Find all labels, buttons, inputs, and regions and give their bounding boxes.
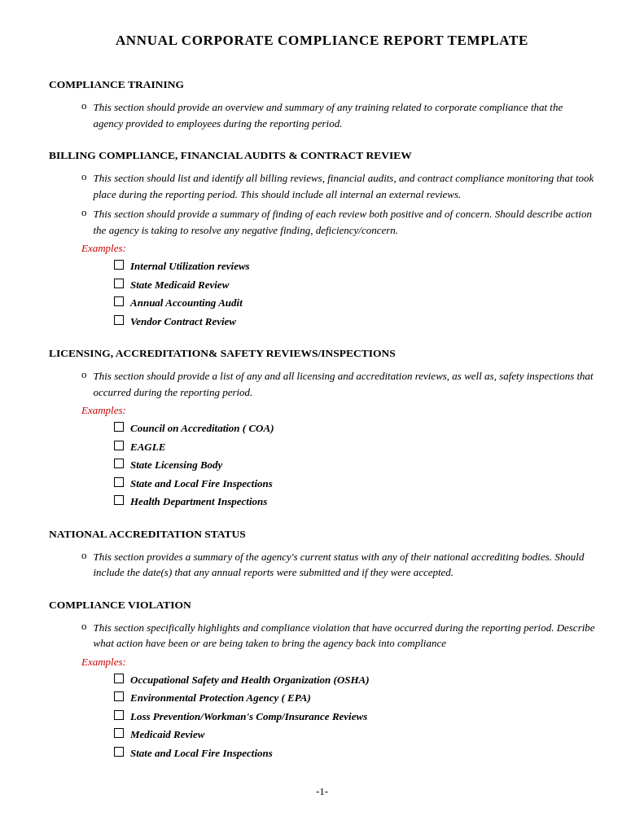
bullet-item: oThis section should provide a summary o… <box>49 206 595 238</box>
bullet-item: oThis section should provide an overview… <box>49 99 595 131</box>
checkbox-item: Medicaid Review <box>49 726 595 743</box>
section-heading-licensing-accreditation: LICENSING, ACCREDITATION& SAFETY REVIEWS… <box>49 347 595 360</box>
checkbox-list-licensing-accreditation: Council on Accreditation ( COA)EAGLEStat… <box>49 420 595 510</box>
section-heading-compliance-violation: COMPLIANCE VIOLATION <box>49 599 595 612</box>
bullet-content: This section should list and identify al… <box>94 170 596 202</box>
checkbox-item: Annual Accounting Audit <box>49 295 595 311</box>
bullet-marker: o <box>81 620 87 633</box>
checkbox-item: State and Local Fire Inspections <box>49 745 595 762</box>
checkbox-icon <box>114 296 124 306</box>
checkbox-item: Council on Accreditation ( COA) <box>49 420 595 437</box>
checkbox-list-billing-compliance: Internal Utilization reviewsState Medica… <box>49 258 595 329</box>
bullet-marker: o <box>81 99 87 112</box>
page-number: -1- <box>49 785 595 798</box>
bullet-list-compliance-training: oThis section should provide an overview… <box>49 99 595 131</box>
bullet-marker: o <box>81 170 87 183</box>
examples-label: Examples: <box>81 656 595 669</box>
checkbox-item: Loss Prevention/Workman's Comp/Insurance… <box>49 709 595 725</box>
page-title: ANNUAL CORPORATE COMPLIANCE REPORT TEMPL… <box>49 33 595 49</box>
checkbox-item: Vendor Contract Review <box>49 314 595 330</box>
checkbox-label: State and Local Fire Inspections <box>130 745 273 762</box>
section-heading-billing-compliance: BILLING COMPLIANCE, FINANCIAL AUDITS & C… <box>49 149 595 162</box>
section-licensing-accreditation: LICENSING, ACCREDITATION& SAFETY REVIEWS… <box>49 347 595 510</box>
checkbox-item: Environmental Protection Agency ( EPA) <box>49 690 595 706</box>
bullet-list-compliance-violation: oThis section specifically highlights an… <box>49 620 595 652</box>
bullet-list-billing-compliance: oThis section should list and identify a… <box>49 170 595 238</box>
checkbox-icon <box>114 710 124 720</box>
bullet-list-licensing-accreditation: oThis section should provide a list of a… <box>49 368 595 400</box>
bullet-marker: o <box>81 368 87 381</box>
section-national-accreditation: NATIONAL ACCREDITATION STATUSoThis secti… <box>49 528 595 581</box>
checkbox-label: Environmental Protection Agency ( EPA) <box>130 690 311 706</box>
checkbox-label: Internal Utilization reviews <box>130 258 250 274</box>
bullet-list-national-accreditation: oThis section provides a summary of the … <box>49 549 595 581</box>
section-heading-national-accreditation: NATIONAL ACCREDITATION STATUS <box>49 528 595 541</box>
checkbox-icon <box>114 315 124 325</box>
checkbox-icon <box>114 260 124 270</box>
bullet-item: oThis section provides a summary of the … <box>49 549 595 581</box>
checkbox-icon <box>114 459 124 468</box>
checkbox-label: State and Local Fire Inspections <box>130 476 273 492</box>
checkbox-icon <box>114 279 124 288</box>
checkbox-item: State Licensing Body <box>49 457 595 473</box>
checkbox-label: State Medicaid Review <box>130 277 229 293</box>
bullet-content: This section specifically highlights and… <box>94 620 596 652</box>
checkbox-label: Occupational Safety and Health Organizat… <box>130 672 370 688</box>
bullet-content: This section should provide a summary of… <box>94 206 596 238</box>
section-compliance-violation: COMPLIANCE VIOLATIONoThis section specif… <box>49 599 595 762</box>
bullet-marker: o <box>81 206 87 219</box>
checkbox-label: Health Department Inspections <box>130 494 267 510</box>
checkbox-icon <box>114 422 124 432</box>
checkbox-item: EAGLE <box>49 439 595 455</box>
examples-label: Examples: <box>81 404 595 417</box>
checkbox-icon <box>114 747 124 757</box>
checkbox-icon <box>114 495 124 505</box>
bullet-item: oThis section should list and identify a… <box>49 170 595 202</box>
bullet-item: oThis section specifically highlights an… <box>49 620 595 652</box>
checkbox-label: Medicaid Review <box>130 726 204 743</box>
examples-label: Examples: <box>81 242 595 255</box>
bullet-content: This section should provide an overview … <box>94 99 596 131</box>
checkbox-label: State Licensing Body <box>130 457 222 473</box>
checkbox-icon <box>114 441 124 450</box>
checkbox-item: State and Local Fire Inspections <box>49 476 595 492</box>
checkbox-label: Vendor Contract Review <box>130 314 236 330</box>
checkbox-label: Council on Accreditation ( COA) <box>130 420 274 437</box>
bullet-marker: o <box>81 549 87 562</box>
checkbox-list-compliance-violation: Occupational Safety and Health Organizat… <box>49 672 595 762</box>
checkbox-item: State Medicaid Review <box>49 277 595 293</box>
checkbox-item: Health Department Inspections <box>49 494 595 510</box>
checkbox-icon <box>114 691 124 701</box>
bullet-content: This section provides a summary of the a… <box>94 549 596 581</box>
checkbox-item: Occupational Safety and Health Organizat… <box>49 672 595 688</box>
section-heading-compliance-training: COMPLIANCE TRAINING <box>49 78 595 91</box>
section-billing-compliance: BILLING COMPLIANCE, FINANCIAL AUDITS & C… <box>49 149 595 329</box>
bullet-content: This section should provide a list of an… <box>94 368 596 400</box>
section-compliance-training: COMPLIANCE TRAININGoThis section should … <box>49 78 595 131</box>
bullet-item: oThis section should provide a list of a… <box>49 368 595 400</box>
checkbox-label: Annual Accounting Audit <box>130 295 243 311</box>
checkbox-icon <box>114 728 124 738</box>
checkbox-item: Internal Utilization reviews <box>49 258 595 274</box>
checkbox-icon <box>114 477 124 487</box>
checkbox-icon <box>114 674 124 683</box>
checkbox-label: Loss Prevention/Workman's Comp/Insurance… <box>130 709 367 725</box>
checkbox-label: EAGLE <box>130 439 165 455</box>
